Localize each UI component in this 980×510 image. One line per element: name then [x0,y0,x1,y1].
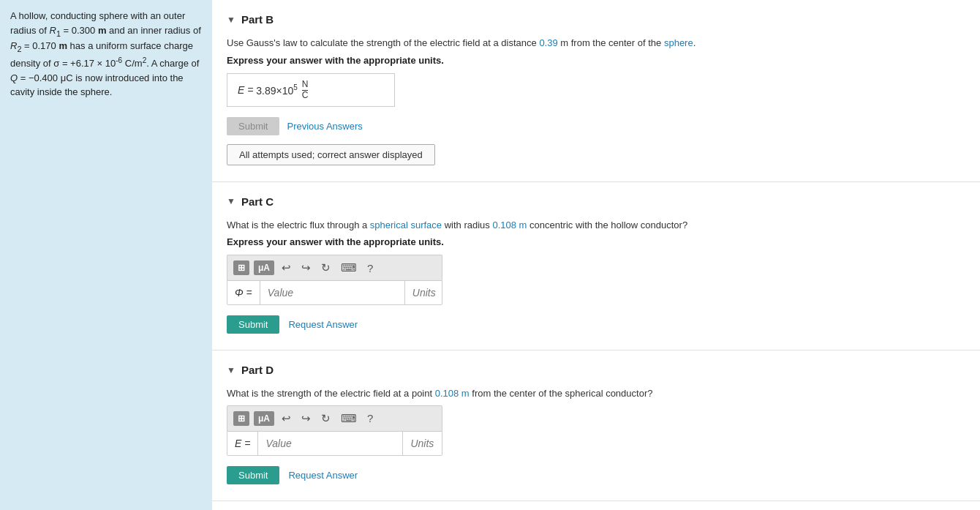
part-c-request-answer-link[interactable]: Request Answer [288,319,358,330]
part-d-redo-btn[interactable]: ↪ [298,410,314,427]
part-b-express: Express your answer with the appropriate… [227,55,958,66]
part-b-submit-button[interactable]: Submit [227,117,279,135]
part-b-action-row: Submit Previous Answers [227,117,958,135]
part-b-prev-answers-link[interactable]: Previous Answers [287,121,362,132]
main-content: ▼ Part B Use Gauss's law to calculate th… [212,0,980,510]
part-c-input-label: Φ = [227,281,260,304]
part-d-input-wrapper: ⊞ μA ↩ ↪ ↻ ⌨ ? E = [227,405,442,456]
part-d-help-btn[interactable]: ? [364,410,376,426]
part-c-question: What is the electric flux through a sphe… [227,218,958,233]
sidebar-text: A hollow, conducting sphere with an oute… [10,9,202,100]
part-c-help-btn[interactable]: ? [364,260,376,276]
part-d-submit-button[interactable]: Submit [227,466,279,484]
part-d-action-row: Submit Request Answer [227,466,958,484]
part-c-section: ▼ Part C What is the electric flux throu… [212,182,980,351]
part-b-label: Part B [241,13,274,26]
part-b-answer-box: E = 3.89×105 N C [227,73,395,107]
part-d-request-answer-link[interactable]: Request Answer [288,470,358,481]
part-d-question: What is the strength of the electric fie… [227,386,958,401]
part-d-chevron[interactable]: ▼ [227,365,235,375]
part-c-toolbar-ua-btn[interactable]: μA [254,260,274,275]
part-d-refresh-btn[interactable]: ↻ [318,410,333,427]
part-b-answer-value: 3.89×105 [256,83,298,97]
part-d-toolbar: ⊞ μA ↩ ↪ ↻ ⌨ ? [227,405,442,431]
part-c-toolbar-grid-btn[interactable]: ⊞ [233,260,249,275]
part-d-undo-btn[interactable]: ↩ [279,410,294,427]
part-c-action-row: Submit Request Answer [227,315,958,334]
part-b-answer-unit: N C [302,80,309,100]
part-b-answer-label: E = [238,84,256,96]
part-c-toolbar: ⊞ μA ↩ ↪ ↻ ⌨ ? [227,255,442,280]
part-c-header: ▼ Part C [227,195,958,208]
part-c-keyboard-btn[interactable]: ⌨ [338,260,360,276]
sidebar: A hollow, conducting sphere with an oute… [0,0,212,510]
part-c-input-row: Φ = [227,280,442,305]
part-c-label: Part C [241,195,274,208]
part-c-submit-button[interactable]: Submit [227,315,279,334]
part-b-chevron[interactable]: ▼ [227,15,235,25]
part-c-refresh-btn[interactable]: ↻ [318,260,333,276]
part-d-header: ▼ Part D [227,364,958,376]
part-d-section: ▼ Part D What is the strength of the ele… [212,350,980,501]
part-d-input-row: E = [227,431,442,456]
part-b-question: Use Gauss's law to calculate the strengt… [227,36,958,50]
part-d-toolbar-grid-btn[interactable]: ⊞ [233,411,249,426]
part-c-chevron[interactable]: ▼ [227,196,235,206]
part-b-header: ▼ Part B [227,13,958,26]
part-c-input-wrapper: ⊞ μA ↩ ↪ ↻ ⌨ ? Φ = [227,255,442,305]
part-b-section: ▼ Part B Use Gauss's law to calculate th… [212,0,980,182]
part-d-keyboard-btn[interactable]: ⌨ [338,410,360,427]
part-d-toolbar-ua-btn[interactable]: μA [254,411,274,426]
part-d-value-input[interactable] [258,432,402,455]
part-d-label: Part D [241,364,274,376]
part-c-undo-btn[interactable]: ↩ [279,260,294,276]
part-d-units-input[interactable] [402,432,442,455]
part-c-value-input[interactable] [260,281,404,304]
part-d-input-label: E = [227,432,258,455]
part-c-units-input[interactable] [404,281,442,304]
part-c-redo-btn[interactable]: ↪ [298,260,314,276]
part-b-correct-msg: All attempts used; correct answer displa… [227,144,435,165]
part-c-express: Express your answer with the appropriate… [227,236,958,247]
